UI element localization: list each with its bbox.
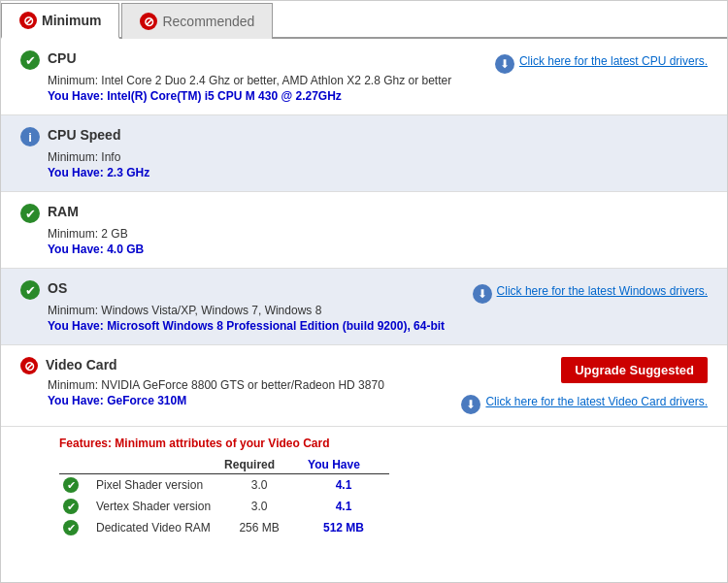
feature-icon-2: ✔	[59, 517, 92, 538]
tab-minimum[interactable]: ⊘ Minimum	[1, 3, 119, 39]
ram-you-have: You Have: 4.0 GB	[48, 243, 708, 256]
cpu-content: ✔ CPU Minimum: Intel Core 2 Duo 2.4 Ghz …	[20, 50, 494, 103]
cpu-speed-section: i CPU Speed Minimum: Info You Have: 2.3 …	[1, 115, 727, 192]
cpu-header: ✔ CPU	[20, 50, 494, 70]
features-label: Features: Minimum attributes of your Vid…	[59, 437, 708, 450]
cpu-section: ✔ CPU Minimum: Intel Core 2 Duo 2.4 Ghz …	[1, 39, 727, 115]
features-table: Required You Have ✔Pixel Shader version3…	[59, 456, 389, 538]
video-card-title: Video Card	[46, 357, 117, 372]
cpu-body: Minimum: Intel Core 2 Duo 2.4 Ghz or bet…	[48, 74, 494, 103]
os-body: Minimum: Windows Vista/XP, Windows 7, Wi…	[48, 304, 473, 333]
os-link-area: ⬇ Click here for the latest Windows driv…	[473, 280, 708, 304]
cpu-speed-header: i CPU Speed	[20, 127, 708, 146]
videocard-download-icon: ⬇	[461, 395, 480, 414]
feature-icon-0: ✔	[59, 474, 92, 497]
feature-youhave-0: 4.1	[304, 474, 389, 497]
video-card-section: ⊘ Video Card Minimum: NVIDIA GeForce 880…	[1, 345, 727, 427]
os-title: OS	[48, 280, 67, 296]
cpu-link-area: ⬇ Click here for the latest CPU drivers.	[494, 50, 708, 74]
feature-ok-icon-0: ✔	[63, 477, 79, 493]
tab-recommended[interactable]: ⊘ Recommended	[121, 3, 273, 39]
upgrade-suggested-button[interactable]: Upgrade Suggested	[561, 357, 708, 383]
cpu-min-text: Minimum: Intel Core 2 Duo 2.4 Ghz or bet…	[48, 74, 494, 87]
col-youhave-header: You Have	[304, 456, 389, 474]
videocard-drivers-link[interactable]: Click here for the latest Video Card dri…	[485, 395, 708, 408]
cpu-speed-status-icon: i	[20, 127, 40, 146]
tab-minimum-label: Minimum	[42, 13, 101, 28]
feature-row-2: ✔Dedicated Video RAM256 MB512 MB	[59, 517, 389, 538]
recommended-status-icon: ⊘	[140, 13, 157, 30]
feature-required-2: 256 MB	[220, 517, 304, 538]
feature-ok-icon-1: ✔	[63, 499, 79, 514]
os-section: ✔ OS Minimum: Windows Vista/XP, Windows …	[1, 269, 727, 345]
col-name-header	[92, 456, 220, 474]
feature-youhave-1: 4.1	[304, 496, 389, 517]
video-card-status-icon: ⊘	[20, 357, 38, 374]
feature-name-1: Vertex Shader version	[92, 496, 220, 517]
cpu-drivers-link[interactable]: Click here for the latest CPU drivers.	[519, 54, 708, 68]
video-card-top: ⊘ Video Card Minimum: NVIDIA GeForce 880…	[20, 357, 708, 414]
cpu-title: CPU	[48, 50, 77, 66]
video-card-left: ⊘ Video Card Minimum: NVIDIA GeForce 880…	[20, 357, 461, 407]
feature-required-0: 3.0	[220, 474, 304, 497]
cpu-download-icon: ⬇	[495, 54, 514, 74]
video-card-you-have: You Have: GeForce 310M	[48, 394, 461, 407]
os-content: ✔ OS Minimum: Windows Vista/XP, Windows …	[20, 280, 473, 333]
video-card-right: Upgrade Suggested ⬇ Click here for the l…	[461, 357, 708, 414]
windows-drivers-link[interactable]: Click here for the latest Windows driver…	[497, 284, 708, 298]
os-you-have: You Have: Microsoft Windows 8 Profession…	[48, 319, 473, 333]
os-header: ✔ OS	[20, 280, 473, 300]
feature-row-0: ✔Pixel Shader version3.04.1	[59, 474, 389, 497]
features-label-suffix: Minimum attributes of your Video Card	[112, 437, 329, 450]
os-download-icon: ⬇	[473, 284, 492, 304]
col-required-header: Required	[220, 456, 304, 474]
os-min-text: Minimum: Windows Vista/XP, Windows 7, Wi…	[48, 304, 473, 317]
feature-required-1: 3.0	[220, 496, 304, 517]
ram-title: RAM	[48, 204, 79, 219]
tab-recommended-label: Recommended	[162, 14, 254, 29]
ram-section: ✔ RAM Minimum: 2 GB You Have: 4.0 GB	[1, 192, 727, 269]
ram-min-text: Minimum: 2 GB	[48, 227, 708, 241]
features-label-bold: Features:	[59, 437, 112, 450]
video-card-header: ⊘ Video Card	[20, 357, 461, 374]
cpu-speed-body: Minimum: Info You Have: 2.3 GHz	[48, 150, 708, 179]
os-status-icon: ✔	[20, 280, 40, 300]
video-link-area: ⬇ Click here for the latest Video Card d…	[461, 391, 708, 414]
cpu-speed-min-text: Minimum: Info	[48, 150, 708, 164]
video-card-body: Minimum: NVIDIA GeForce 8800 GTS or bett…	[48, 378, 461, 407]
feature-row-1: ✔Vertex Shader version3.04.1	[59, 496, 389, 517]
tab-bar: ⊘ Minimum ⊘ Recommended	[1, 1, 727, 39]
ram-body: Minimum: 2 GB You Have: 4.0 GB	[48, 227, 708, 256]
col-icon-header	[59, 456, 92, 474]
feature-name-2: Dedicated Video RAM	[92, 517, 220, 538]
ram-status-icon: ✔	[20, 204, 40, 223]
cpu-speed-you-have: You Have: 2.3 GHz	[48, 166, 708, 179]
features-section: Features: Minimum attributes of your Vid…	[1, 427, 727, 552]
video-card-min-text: Minimum: NVIDIA GeForce 8800 GTS or bett…	[48, 378, 461, 392]
cpu-you-have: You Have: Intel(R) Core(TM) i5 CPU M 430…	[48, 89, 494, 103]
cpu-speed-title: CPU Speed	[48, 127, 120, 143]
cpu-status-icon: ✔	[20, 50, 40, 70]
minimum-status-icon: ⊘	[19, 12, 37, 29]
ram-header: ✔ RAM	[20, 204, 708, 223]
feature-ok-icon-2: ✔	[63, 520, 79, 535]
feature-youhave-2: 512 MB	[304, 517, 389, 538]
feature-icon-1: ✔	[59, 496, 92, 517]
feature-name-0: Pixel Shader version	[92, 474, 220, 497]
main-container: ⊘ Minimum ⊘ Recommended ✔ CPU Minimum: I…	[0, 0, 728, 583]
